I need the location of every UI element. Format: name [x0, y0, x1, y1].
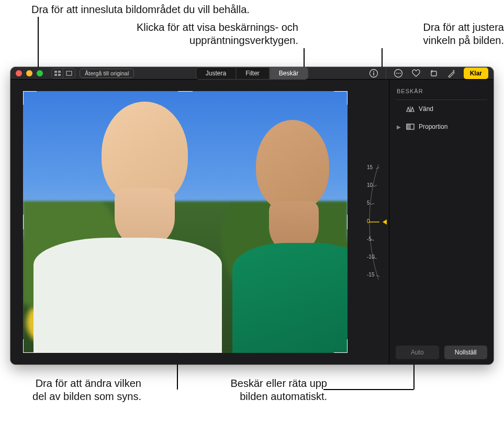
crop-sidebar: BESKÄR Vänd ▶ Proportion Auto Nollställ [389, 80, 494, 364]
svg-line-13 [376, 168, 379, 169]
dial-tick-label: -5 [367, 236, 372, 242]
aspect-icon [406, 123, 415, 130]
callout-text: vinkeln på bilden. [405, 34, 504, 47]
toolbar-right: Klar [368, 68, 488, 79]
svg-rect-2 [54, 74, 57, 76]
callout-text: uppräntningsverktygen. [99, 34, 298, 47]
callout-line [323, 389, 413, 390]
canvas-area: 15 10 5 0 -5 -10 -15 [10, 80, 389, 364]
svg-point-10 [398, 73, 399, 74]
favorite-icon[interactable] [410, 68, 422, 79]
fullscreen-window-button[interactable] [37, 70, 43, 76]
dial-tick-label: 15 [367, 164, 373, 170]
callout-text: bilden automatiskt. [209, 390, 327, 403]
svg-rect-3 [58, 74, 61, 76]
dial-tick-label: -10 [367, 254, 374, 260]
app-window: Återgå till original Justera Filter Besk… [10, 67, 494, 364]
grid-view-icon[interactable] [52, 69, 63, 78]
svg-rect-1 [58, 71, 61, 73]
tab-crop[interactable]: Beskär [270, 68, 308, 79]
svg-line-14 [373, 185, 377, 186]
dial-tick-label: 10 [367, 182, 373, 188]
done-button[interactable]: Klar [464, 68, 488, 79]
dial-tick-zero: 0 [367, 218, 370, 224]
callout-text: Klicka för att visa beskärnings- och [99, 21, 298, 34]
callout-text: del av bilden som syns. [24, 390, 141, 403]
aspect-row[interactable]: ▶ Proportion [396, 118, 487, 136]
info-icon[interactable] [368, 68, 379, 79]
flip-row[interactable]: Vänd [396, 100, 487, 118]
svg-line-15 [371, 204, 374, 204]
close-window-button[interactable] [16, 70, 22, 76]
svg-rect-0 [54, 71, 57, 73]
flip-icon [406, 105, 415, 113]
svg-line-19 [376, 275, 379, 276]
reset-button[interactable]: Nollställ [444, 346, 488, 359]
single-view-icon[interactable] [63, 69, 75, 78]
aspect-label: Proportion [419, 123, 447, 130]
straighten-dial[interactable]: 15 10 5 0 -5 -10 -15 [363, 159, 386, 285]
svg-rect-22 [407, 124, 411, 129]
tab-filter[interactable]: Filter [236, 68, 270, 79]
dial-tick-label: -15 [367, 272, 374, 277]
callout-text: Dra för att ändra vilken [24, 377, 141, 390]
dial-tick-label: 5 [367, 200, 370, 206]
window-controls [16, 70, 43, 76]
tab-adjust[interactable]: Justera [196, 68, 236, 79]
view-toggle[interactable] [51, 68, 75, 79]
sidebar-footer: Auto Nollställ [396, 340, 487, 359]
svg-point-6 [373, 71, 374, 72]
editor-body: 15 10 5 0 -5 -10 -15 BESKÄR Vänd ▶ [10, 80, 494, 364]
callout-auto-crop: Beskär eller räta upp bilden automatiskt… [209, 377, 327, 403]
toolbar: Återgå till original Justera Filter Besk… [10, 67, 494, 80]
svg-point-11 [399, 73, 400, 74]
flip-label: Vänd [419, 105, 433, 113]
rotate-icon[interactable] [428, 68, 440, 79]
minimize-window-button[interactable] [26, 70, 32, 76]
callout-drag-change: Dra för att ändra vilken del av bilden s… [24, 377, 141, 403]
enhance-icon[interactable] [446, 68, 457, 79]
chevron-right-icon: ▶ [397, 124, 402, 130]
dial-pointer-icon [383, 219, 387, 225]
callout-drag-enclose: Dra för att innesluta bildområdet du vil… [31, 3, 250, 16]
callout-text: Beskär eller räta upp [209, 377, 327, 390]
toolbar-divider [386, 68, 386, 79]
callout-text: Dra för att justera [405, 21, 504, 34]
edit-mode-segmented: Justera Filter Beskär [196, 67, 308, 80]
more-icon[interactable] [393, 68, 404, 79]
callout-drag-angle: Dra för att justera vinkeln på bilden. [405, 21, 504, 47]
revert-to-original-button[interactable]: Återgå till original [80, 69, 134, 78]
svg-rect-4 [66, 71, 72, 75]
photo-canvas[interactable] [23, 91, 348, 353]
auto-button[interactable]: Auto [396, 346, 439, 359]
sidebar-title: BESKÄR [396, 85, 487, 100]
callout-click-tools: Klicka för att visa beskärnings- och upp… [99, 21, 298, 47]
svg-rect-7 [373, 72, 374, 75]
svg-point-9 [396, 73, 397, 74]
